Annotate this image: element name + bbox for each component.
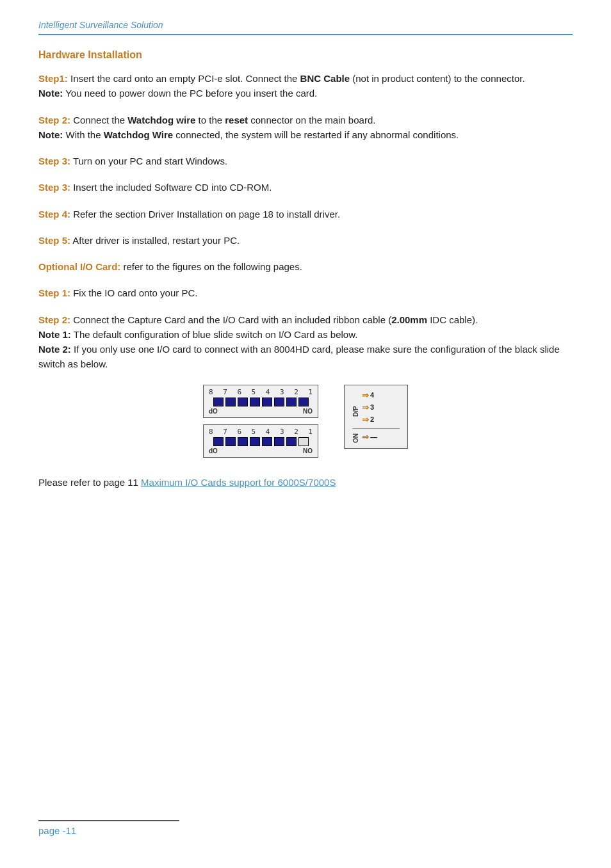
io-step2-bold1: 2.00mm <box>391 314 427 325</box>
step-5-block: Step 5: After driver is installed, resta… <box>38 233 573 248</box>
toggle-t6 <box>274 398 284 406</box>
side-diagram-right: D/P ⇒ 4 ⇒ 3 ⇒ 2 <box>344 385 408 449</box>
step2-bold2: reset <box>225 115 248 125</box>
side-row-on: ON ⇒ — <box>352 431 400 443</box>
switch-labels-top: dONO <box>209 408 313 415</box>
diagram-area: 87654321 dONO 87 <box>38 385 573 458</box>
arrow-icon-4: ⇒ <box>362 432 369 442</box>
io-note2-text: If you only use one I/O card to connect … <box>38 344 560 369</box>
step3b-text: Insert the included Software CD into CD-… <box>70 182 272 193</box>
page: Intelligent Surveillance Solution Hardwa… <box>0 0 611 868</box>
step5-label: Step 5: <box>38 235 70 246</box>
toggle-b3 <box>238 437 248 446</box>
step-4-block: Step 4: Refer the section Driver Install… <box>38 207 573 221</box>
io-step2-label: Step 2: <box>38 314 70 325</box>
footer-line <box>38 820 179 821</box>
step3b-label: Step 3: <box>38 182 70 193</box>
side-arrow-row2: ⇒ 3 <box>362 403 374 412</box>
side-row-dp: D/P ⇒ 4 ⇒ 3 ⇒ 2 <box>352 390 400 424</box>
step2-note-text: With the <box>63 129 103 140</box>
arrow-label-2: 2 <box>370 415 374 423</box>
header-bar: Intelligent Surveillance Solution <box>38 19 573 35</box>
io-step1-text: Fix the IO card onto your PC. <box>70 287 197 298</box>
step1-text2: (not in product content) to the connecto… <box>350 73 525 84</box>
step1-note-text: You need to power down the PC before you… <box>63 88 317 99</box>
step3a-label: Step 3: <box>38 156 70 166</box>
toggle-b5 <box>262 437 272 446</box>
toggle-b2 <box>225 437 236 446</box>
optional-text: refer to the figures on the following pa… <box>120 261 302 272</box>
switch-row-top: 87654321 dONO <box>203 385 318 418</box>
optional-io-block: Optional I/O Card: refer to the figures … <box>38 259 573 274</box>
toggle-t2 <box>225 398 236 406</box>
toggle-t4 <box>250 398 260 406</box>
step-2-block: Step 2: Connect the Watchdog wire to the… <box>38 113 573 143</box>
toggle-b8 <box>298 437 309 446</box>
step4-text: Refer the section Driver Installation on… <box>70 209 340 220</box>
step4-label: Step 4: <box>38 209 70 220</box>
step2-text2: to the <box>195 115 225 125</box>
step2-note-text2: connected, the system will be restarted … <box>173 129 459 140</box>
io-step2-text2: IDC cable). <box>427 314 478 325</box>
toggle-t5 <box>262 398 272 406</box>
footer-bar: page -11 <box>38 820 573 836</box>
step1-bold1: BNC Cable <box>300 73 350 84</box>
footer-ref: Please refer to page 11 Maximum I/O Card… <box>38 477 573 488</box>
optional-label: Optional I/O Card: <box>38 261 120 272</box>
step1-text: Insert the card onto an empty PCI-e slot… <box>68 73 300 84</box>
page-title: Hardware Installation <box>38 49 573 61</box>
step3a-text: Turn on your PC and start Windows. <box>70 156 227 166</box>
io-step1-label: Step 1: <box>38 287 70 298</box>
step2-note-label: Note: <box>38 129 63 140</box>
side-arrows-dp: ⇒ 4 ⇒ 3 ⇒ 2 <box>362 390 374 424</box>
io-step2-block: Step 2: Connect the Capture Card and the… <box>38 312 573 372</box>
footer-ref-link[interactable]: Maximum I/O Cards support for 6000S/7000… <box>141 477 336 488</box>
switch-row-bottom: 87654321 dONO <box>203 424 318 458</box>
toggle-b1 <box>213 437 224 446</box>
switch-numbers-top: 87654321 <box>209 388 313 396</box>
arrow-icon-2: ⇒ <box>362 403 369 412</box>
step2-bold1: Watchdog wire <box>127 115 195 125</box>
step1-note-label: Note: <box>38 88 63 99</box>
step2-note-bold: Watchdog Wire <box>104 129 173 140</box>
side-dp-label: D/P <box>352 398 359 417</box>
toggle-t8 <box>298 398 309 406</box>
step2-text: Connect the <box>70 115 127 125</box>
arrow-label-4: 4 <box>370 391 374 399</box>
toggle-b4 <box>250 437 260 446</box>
step1-label: Step1: <box>38 73 68 84</box>
side-on-label: ON <box>352 431 359 443</box>
arrow-label-dash: — <box>370 433 377 441</box>
arrow-label-3: 3 <box>370 403 374 411</box>
io-step2-text: Connect the Capture Card and the I/O Car… <box>70 314 391 325</box>
step-3b-block: Step 3: Insert the included Software CD … <box>38 180 573 195</box>
toggle-t1 <box>213 398 224 406</box>
header-title: Intelligent Surveillance Solution <box>38 20 163 30</box>
step2-text3: connector on the main board. <box>248 115 375 125</box>
io-note1-text: The default configuration of blue slide … <box>71 329 357 340</box>
step5-text: After driver is installed, restart your … <box>70 235 240 246</box>
side-divider <box>352 428 400 429</box>
footer-ref-text: Please refer to page 11 <box>38 477 141 488</box>
toggle-b7 <box>286 437 297 446</box>
switch-labels-bottom: dONO <box>209 447 313 454</box>
toggle-t7 <box>286 398 297 406</box>
step-3a-block: Step 3: Turn on your PC and start Window… <box>38 154 573 168</box>
switch-toggles-bottom <box>209 437 313 446</box>
arrow-icon-3: ⇒ <box>362 415 369 424</box>
footer-page: page -11 <box>38 825 76 836</box>
step-1-block: Step1: Insert the card onto an empty PCI… <box>38 71 573 101</box>
toggle-b6 <box>274 437 284 446</box>
side-arrow-row4: ⇒ — <box>362 432 377 442</box>
side-arrow-row1: ⇒ 4 <box>362 390 374 400</box>
arrow-icon-1: ⇒ <box>362 390 369 400</box>
io-note2-label: Note 2: <box>38 344 71 355</box>
side-arrow-row3: ⇒ 2 <box>362 415 374 424</box>
switch-toggles-top <box>209 398 313 406</box>
switch-numbers-bottom: 87654321 <box>209 428 313 436</box>
io-note1-label: Note 1: <box>38 329 71 340</box>
step2-label: Step 2: <box>38 115 70 125</box>
switch-diagram-left: 87654321 dONO 87 <box>203 385 318 458</box>
toggle-t3 <box>238 398 248 406</box>
io-step1-block: Step 1: Fix the IO card onto your PC. <box>38 285 573 300</box>
